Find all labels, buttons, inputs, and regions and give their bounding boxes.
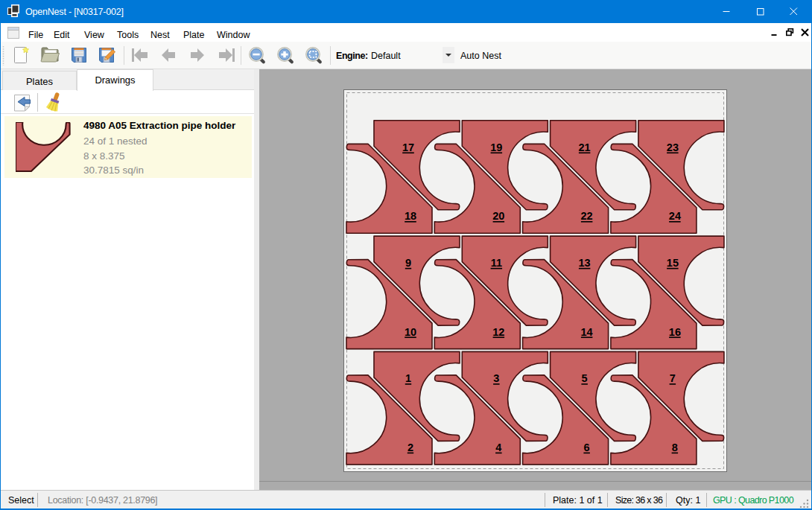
svg-text:21: 21 (579, 141, 591, 153)
svg-text:22: 22 (581, 210, 593, 222)
svg-text:18: 18 (405, 210, 416, 222)
svg-text:3: 3 (493, 372, 499, 384)
svg-text:14: 14 (581, 326, 593, 338)
svg-text:13: 13 (579, 257, 591, 269)
svg-text:2: 2 (407, 442, 413, 453)
svg-text:9: 9 (405, 257, 411, 269)
svg-text:17: 17 (402, 141, 414, 153)
svg-text:12: 12 (492, 326, 504, 338)
svg-text:24: 24 (669, 210, 681, 222)
svg-text:11: 11 (491, 257, 502, 269)
svg-text:16: 16 (669, 326, 681, 338)
svg-text:23: 23 (667, 141, 679, 153)
svg-text:5: 5 (582, 372, 588, 384)
svg-text:1: 1 (405, 372, 411, 384)
svg-text:10: 10 (405, 326, 416, 338)
svg-text:4: 4 (495, 442, 501, 453)
svg-text:6: 6 (584, 442, 590, 453)
svg-text:7: 7 (670, 372, 676, 384)
svg-text:20: 20 (492, 210, 504, 222)
svg-text:15: 15 (667, 257, 679, 269)
svg-text:8: 8 (672, 442, 678, 453)
svg-text:19: 19 (490, 141, 502, 153)
